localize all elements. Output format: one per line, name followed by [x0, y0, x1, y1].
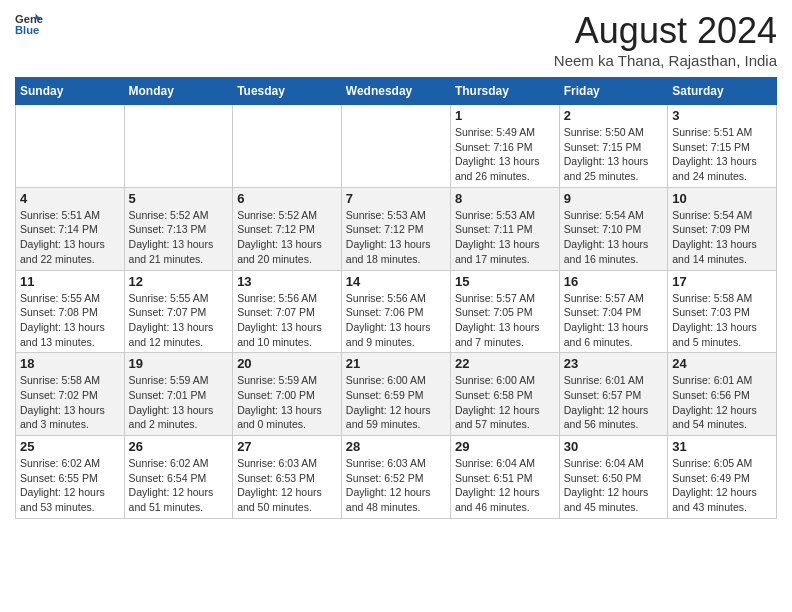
calendar-cell: 2Sunrise: 5:50 AM Sunset: 7:15 PM Daylig…	[559, 105, 667, 188]
calendar-cell: 27Sunrise: 6:03 AM Sunset: 6:53 PM Dayli…	[233, 436, 342, 519]
col-saturday: Saturday	[668, 78, 777, 105]
day-number: 15	[455, 274, 555, 289]
calendar-cell: 22Sunrise: 6:00 AM Sunset: 6:58 PM Dayli…	[450, 353, 559, 436]
day-number: 12	[129, 274, 229, 289]
day-info: Sunrise: 5:54 AM Sunset: 7:09 PM Dayligh…	[672, 208, 772, 267]
day-info: Sunrise: 6:05 AM Sunset: 6:49 PM Dayligh…	[672, 456, 772, 515]
calendar-cell: 29Sunrise: 6:04 AM Sunset: 6:51 PM Dayli…	[450, 436, 559, 519]
location: Neem ka Thana, Rajasthan, India	[554, 52, 777, 69]
col-wednesday: Wednesday	[341, 78, 450, 105]
calendar-cell: 1Sunrise: 5:49 AM Sunset: 7:16 PM Daylig…	[450, 105, 559, 188]
month-title: August 2024	[554, 10, 777, 52]
day-info: Sunrise: 5:51 AM Sunset: 7:15 PM Dayligh…	[672, 125, 772, 184]
header-row: Sunday Monday Tuesday Wednesday Thursday…	[16, 78, 777, 105]
calendar-week-1: 1Sunrise: 5:49 AM Sunset: 7:16 PM Daylig…	[16, 105, 777, 188]
day-number: 25	[20, 439, 120, 454]
day-info: Sunrise: 5:56 AM Sunset: 7:06 PM Dayligh…	[346, 291, 446, 350]
day-number: 30	[564, 439, 663, 454]
day-number: 11	[20, 274, 120, 289]
calendar-cell: 24Sunrise: 6:01 AM Sunset: 6:56 PM Dayli…	[668, 353, 777, 436]
day-number: 26	[129, 439, 229, 454]
day-number: 5	[129, 191, 229, 206]
calendar-table: Sunday Monday Tuesday Wednesday Thursday…	[15, 77, 777, 519]
day-info: Sunrise: 5:59 AM Sunset: 7:01 PM Dayligh…	[129, 373, 229, 432]
calendar-cell: 21Sunrise: 6:00 AM Sunset: 6:59 PM Dayli…	[341, 353, 450, 436]
day-info: Sunrise: 5:58 AM Sunset: 7:02 PM Dayligh…	[20, 373, 120, 432]
day-number: 19	[129, 356, 229, 371]
calendar-cell: 8Sunrise: 5:53 AM Sunset: 7:11 PM Daylig…	[450, 187, 559, 270]
day-info: Sunrise: 5:59 AM Sunset: 7:00 PM Dayligh…	[237, 373, 337, 432]
day-info: Sunrise: 5:56 AM Sunset: 7:07 PM Dayligh…	[237, 291, 337, 350]
calendar-cell	[341, 105, 450, 188]
day-info: Sunrise: 5:49 AM Sunset: 7:16 PM Dayligh…	[455, 125, 555, 184]
day-info: Sunrise: 5:51 AM Sunset: 7:14 PM Dayligh…	[20, 208, 120, 267]
day-info: Sunrise: 6:03 AM Sunset: 6:52 PM Dayligh…	[346, 456, 446, 515]
day-number: 8	[455, 191, 555, 206]
calendar-cell: 15Sunrise: 5:57 AM Sunset: 7:05 PM Dayli…	[450, 270, 559, 353]
calendar-cell: 28Sunrise: 6:03 AM Sunset: 6:52 PM Dayli…	[341, 436, 450, 519]
title-block: August 2024 Neem ka Thana, Rajasthan, In…	[554, 10, 777, 69]
calendar-cell: 25Sunrise: 6:02 AM Sunset: 6:55 PM Dayli…	[16, 436, 125, 519]
day-number: 9	[564, 191, 663, 206]
day-number: 14	[346, 274, 446, 289]
calendar-cell: 23Sunrise: 6:01 AM Sunset: 6:57 PM Dayli…	[559, 353, 667, 436]
day-info: Sunrise: 6:04 AM Sunset: 6:51 PM Dayligh…	[455, 456, 555, 515]
day-number: 4	[20, 191, 120, 206]
day-info: Sunrise: 6:01 AM Sunset: 6:56 PM Dayligh…	[672, 373, 772, 432]
day-info: Sunrise: 5:50 AM Sunset: 7:15 PM Dayligh…	[564, 125, 663, 184]
calendar-cell: 6Sunrise: 5:52 AM Sunset: 7:12 PM Daylig…	[233, 187, 342, 270]
day-info: Sunrise: 5:52 AM Sunset: 7:12 PM Dayligh…	[237, 208, 337, 267]
day-info: Sunrise: 6:00 AM Sunset: 6:58 PM Dayligh…	[455, 373, 555, 432]
calendar-cell: 11Sunrise: 5:55 AM Sunset: 7:08 PM Dayli…	[16, 270, 125, 353]
day-info: Sunrise: 5:55 AM Sunset: 7:08 PM Dayligh…	[20, 291, 120, 350]
calendar-cell: 30Sunrise: 6:04 AM Sunset: 6:50 PM Dayli…	[559, 436, 667, 519]
day-info: Sunrise: 5:52 AM Sunset: 7:13 PM Dayligh…	[129, 208, 229, 267]
day-info: Sunrise: 5:53 AM Sunset: 7:11 PM Dayligh…	[455, 208, 555, 267]
day-number: 18	[20, 356, 120, 371]
calendar-cell: 7Sunrise: 5:53 AM Sunset: 7:12 PM Daylig…	[341, 187, 450, 270]
day-number: 17	[672, 274, 772, 289]
day-number: 6	[237, 191, 337, 206]
day-number: 1	[455, 108, 555, 123]
calendar-cell: 20Sunrise: 5:59 AM Sunset: 7:00 PM Dayli…	[233, 353, 342, 436]
logo-icon: General Blue	[15, 10, 43, 38]
col-thursday: Thursday	[450, 78, 559, 105]
calendar-cell: 26Sunrise: 6:02 AM Sunset: 6:54 PM Dayli…	[124, 436, 233, 519]
svg-text:Blue: Blue	[15, 24, 39, 36]
col-monday: Monday	[124, 78, 233, 105]
day-number: 27	[237, 439, 337, 454]
calendar-cell: 31Sunrise: 6:05 AM Sunset: 6:49 PM Dayli…	[668, 436, 777, 519]
day-number: 10	[672, 191, 772, 206]
calendar-cell: 13Sunrise: 5:56 AM Sunset: 7:07 PM Dayli…	[233, 270, 342, 353]
day-number: 7	[346, 191, 446, 206]
day-number: 28	[346, 439, 446, 454]
logo: General Blue	[15, 10, 43, 38]
calendar-cell: 17Sunrise: 5:58 AM Sunset: 7:03 PM Dayli…	[668, 270, 777, 353]
day-info: Sunrise: 5:57 AM Sunset: 7:05 PM Dayligh…	[455, 291, 555, 350]
day-info: Sunrise: 6:02 AM Sunset: 6:54 PM Dayligh…	[129, 456, 229, 515]
page-header: General Blue August 2024 Neem ka Thana, …	[15, 10, 777, 69]
day-number: 24	[672, 356, 772, 371]
col-friday: Friday	[559, 78, 667, 105]
calendar-cell: 18Sunrise: 5:58 AM Sunset: 7:02 PM Dayli…	[16, 353, 125, 436]
calendar-cell: 16Sunrise: 5:57 AM Sunset: 7:04 PM Dayli…	[559, 270, 667, 353]
day-info: Sunrise: 6:00 AM Sunset: 6:59 PM Dayligh…	[346, 373, 446, 432]
calendar-week-4: 18Sunrise: 5:58 AM Sunset: 7:02 PM Dayli…	[16, 353, 777, 436]
calendar-cell	[233, 105, 342, 188]
day-info: Sunrise: 5:55 AM Sunset: 7:07 PM Dayligh…	[129, 291, 229, 350]
day-number: 21	[346, 356, 446, 371]
calendar-week-5: 25Sunrise: 6:02 AM Sunset: 6:55 PM Dayli…	[16, 436, 777, 519]
calendar-cell: 12Sunrise: 5:55 AM Sunset: 7:07 PM Dayli…	[124, 270, 233, 353]
day-number: 16	[564, 274, 663, 289]
calendar-header: Sunday Monday Tuesday Wednesday Thursday…	[16, 78, 777, 105]
calendar-week-2: 4Sunrise: 5:51 AM Sunset: 7:14 PM Daylig…	[16, 187, 777, 270]
day-info: Sunrise: 5:54 AM Sunset: 7:10 PM Dayligh…	[564, 208, 663, 267]
calendar-cell: 4Sunrise: 5:51 AM Sunset: 7:14 PM Daylig…	[16, 187, 125, 270]
day-number: 13	[237, 274, 337, 289]
day-info: Sunrise: 5:58 AM Sunset: 7:03 PM Dayligh…	[672, 291, 772, 350]
calendar-cell: 10Sunrise: 5:54 AM Sunset: 7:09 PM Dayli…	[668, 187, 777, 270]
day-number: 3	[672, 108, 772, 123]
calendar-cell	[16, 105, 125, 188]
day-number: 29	[455, 439, 555, 454]
calendar-cell	[124, 105, 233, 188]
